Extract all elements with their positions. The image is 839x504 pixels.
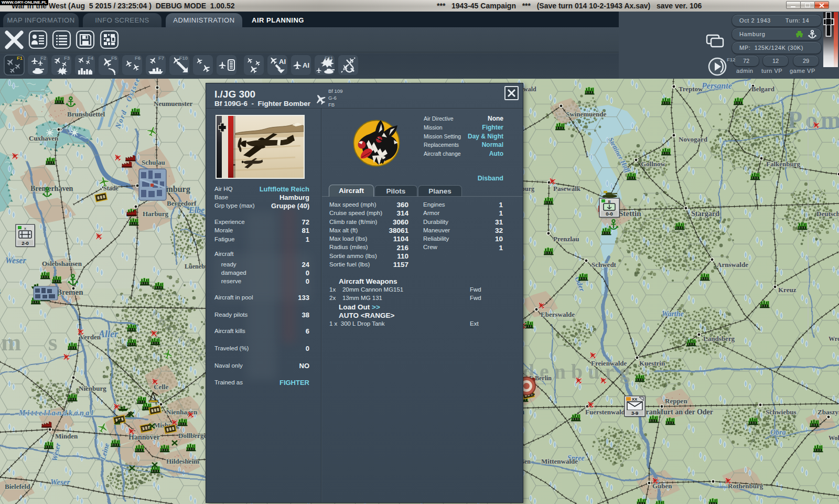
svg-text:Frankfurt an der Oder: Frankfurt an der Oder [641, 408, 713, 416]
svg-text:3-9: 3-9 [631, 410, 639, 416]
svg-text:Zbaszyn: Zbaszyn [818, 408, 839, 416]
svg-text:Hildesheim: Hildesheim [166, 457, 199, 465]
svg-text:wald: wald [523, 85, 536, 93]
svg-text:Wollstein: Wollstein [829, 434, 839, 442]
svg-text:Schwedt: Schwedt [591, 261, 617, 269]
svg-text:Prenzlau: Prenzlau [553, 235, 579, 243]
svg-text:burg: burg [521, 185, 534, 192]
svg-text:Minden: Minden [55, 432, 78, 440]
svg-text:Obra: Obra [770, 428, 786, 436]
svg-text:Bergedorf: Bergedorf [167, 199, 197, 207]
svg-text:F10: F10 [179, 55, 188, 61]
svg-text:Eberswalde: Eberswalde [541, 310, 575, 318]
svg-text:Mittenwalde: Mittenwalde [541, 457, 578, 465]
svg-text:Aller: Aller [98, 329, 119, 339]
svg-text:Schulau: Schulau [142, 158, 165, 166]
svg-text:Rothenburg: Rothenburg [728, 482, 763, 490]
svg-text:Schwiebus: Schwiebus [766, 408, 797, 416]
svg-text:Falkenburg: Falkenburg [766, 160, 801, 168]
svg-text:Bremen: Bremen [57, 288, 83, 296]
svg-text:Brunsbuettel: Brunsbuettel [67, 110, 105, 118]
svg-text:M i t t e l l a n d k a n a l: M i t t e l l a n d k a n a l [18, 409, 93, 417]
svg-text:Treptow: Treptow [679, 85, 703, 93]
svg-text:Warthe: Warthe [662, 310, 684, 318]
svg-text:Reppen: Reppen [665, 397, 687, 405]
svg-text:Novogard: Novogard [679, 135, 708, 143]
svg-text:burg: burg [0, 287, 1, 294]
svg-text:Pom: Pom [788, 106, 839, 133]
svg-text:F3: F3 [64, 55, 70, 61]
svg-text:Deutsch Krone: Deutsch Krone [816, 210, 839, 218]
svg-text:Landsberg: Landsberg [703, 335, 735, 342]
svg-text:Stettin: Stettin [619, 209, 641, 218]
svg-text:Cuxhaven: Cuxhaven [29, 134, 59, 142]
svg-text:Nienburg: Nienburg [79, 384, 106, 392]
svg-text:F2: F2 [40, 55, 46, 61]
svg-text:Fuerstenwalde: Fuerstenwalde [585, 408, 628, 416]
svg-text:Bielefeld: Bielefeld [5, 482, 30, 490]
svg-text:Arnswalde: Arnswalde [717, 261, 748, 269]
svg-text:XX: XX [632, 397, 638, 402]
svg-text:F7: F7 [158, 55, 164, 61]
svg-text:x: x [24, 226, 26, 231]
svg-text:AI: AI [303, 61, 309, 69]
svg-text:Freienwalde: Freienwalde [591, 359, 627, 367]
svg-text:Stargard: Stargard [691, 210, 719, 218]
svg-text:Pasewalk: Pasewalk [553, 185, 581, 192]
svg-text:Harburg: Harburg [143, 210, 169, 218]
svg-text:Weser: Weser [50, 478, 70, 486]
svg-text:Weser: Weser [5, 256, 26, 265]
svg-text:Belgard: Belgard [751, 85, 775, 93]
svg-text:Gollnow: Gollnow [641, 160, 666, 168]
svg-text:F5: F5 [111, 55, 117, 61]
svg-text:Kreuz: Kreuz [778, 286, 797, 294]
svg-text:Neumuenster: Neumuenster [154, 100, 193, 108]
svg-text:2-0: 2-0 [21, 240, 29, 246]
svg-text:Guben: Guben [652, 482, 672, 490]
svg-text:Nienhagen: Nienhagen [166, 408, 198, 416]
svg-text:F6: F6 [135, 55, 141, 61]
svg-text:m s: m s [1, 329, 68, 356]
svg-text:F12: F12 [727, 57, 735, 62]
svg-text:F1: F1 [17, 55, 23, 61]
svg-text:0-0: 0-0 [606, 211, 613, 217]
svg-text:Kuestrin: Kuestrin [639, 359, 665, 367]
svg-text:F4: F4 [88, 55, 94, 61]
svg-text:AI: AI [279, 58, 286, 66]
svg-text:Wreschen: Wreschen [829, 335, 839, 342]
svg-text:Bremerhaven: Bremerhaven [30, 185, 73, 192]
svg-text:Swinemuende: Swinemuende [566, 110, 607, 118]
svg-text:Oslebshausen: Oslebshausen [42, 260, 82, 267]
